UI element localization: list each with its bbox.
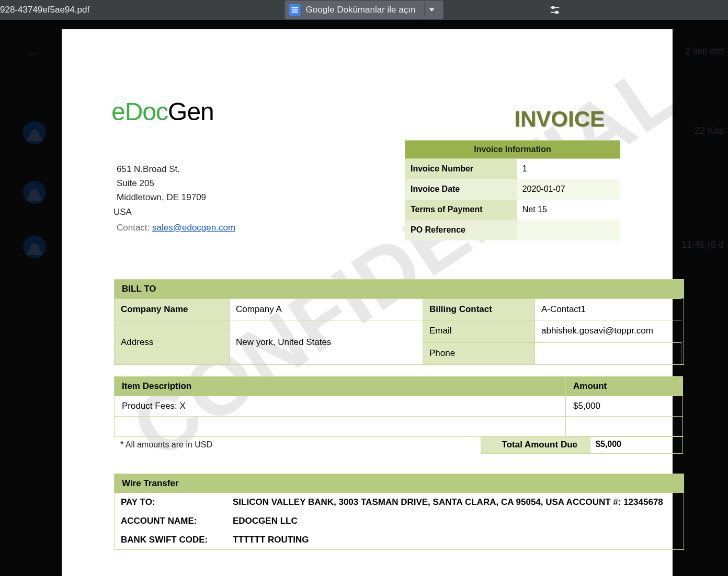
address-line: Suite 205	[117, 176, 206, 190]
company-logo: eDocGen	[111, 97, 214, 126]
phone-label: Phone	[423, 342, 535, 365]
address-label: Address	[115, 320, 230, 364]
wire-transfer-section: Wire Transfer PAY TO: SILICON VALLEY BAN…	[114, 474, 684, 550]
info-val: Net 15	[517, 200, 620, 220]
google-docs-icon	[289, 4, 301, 16]
open-with-dropdown[interactable]	[424, 3, 439, 17]
pdf-viewer-toolbar: 928-43749ef5ae94.pdf Google Dokümanlar i…	[0, 0, 728, 20]
address-value: New york, United States	[230, 320, 423, 364]
bill-to-header: BILL TO	[115, 280, 684, 298]
chevron-down-icon	[429, 8, 434, 11]
info-val: 2020-01-07	[517, 179, 620, 200]
address-line: Middletown, DE 19709	[117, 190, 206, 204]
address-line: 651 N.Broad St.	[117, 162, 206, 176]
billing-contact-label: Billing Contact	[423, 298, 535, 320]
info-key: Invoice Date	[405, 179, 517, 200]
currency-note: * All amounts are in USD	[114, 437, 219, 453]
file-name: 928-43749ef5ae94.pdf	[0, 5, 89, 15]
svg-rect-2	[552, 7, 554, 9]
invoice-title: INVOICE	[514, 107, 605, 132]
swift-value: TTTTTT ROUTING	[226, 531, 684, 549]
address-country: USA	[113, 205, 206, 219]
logo-part1: eDoc	[111, 98, 168, 125]
account-name-value: EDOCGEN LLC	[226, 512, 684, 531]
company-name-value: Company A	[230, 298, 423, 320]
items-col-desc: Item Description	[115, 377, 566, 396]
svg-rect-3	[556, 11, 558, 14]
items-col-amount: Amount	[566, 377, 683, 396]
items-table: Item Description Amount Product Fees: X$…	[114, 376, 683, 437]
info-key: Invoice Number	[405, 159, 517, 179]
items-footer: * All amounts are in USD Total Amount Du…	[114, 436, 683, 454]
contact-label: Contact:	[117, 223, 152, 233]
invoice-info-table: Invoice Information Invoice Number1 Invo…	[405, 140, 620, 240]
open-with-label: Google Dokümanlar ile açın	[306, 5, 416, 15]
item-amount: $5,000	[566, 396, 683, 417]
company-address: 651 N.Broad St. Suite 205 Middletown, DE…	[117, 162, 206, 219]
wire-header: Wire Transfer	[115, 474, 684, 493]
total-label: Total Amount Due	[481, 436, 590, 454]
logo-part2: Gen	[168, 98, 214, 125]
email-value: abhishek.gosavi@toppr.com	[535, 320, 681, 342]
contact-email-link[interactable]: sales@edocgen.com	[152, 223, 235, 233]
company-name-label: Company Name	[115, 298, 230, 320]
info-key: Terms of Payment	[405, 200, 517, 220]
document-page: CONFIDENTIAL eDocGen INVOICE 651 N.Broad…	[62, 29, 673, 576]
account-name-label: ACCOUNT NAME:	[115, 512, 226, 531]
contact-line: Contact: sales@edocgen.com	[117, 223, 235, 233]
info-key: PO Reference	[405, 220, 517, 240]
item-desc	[115, 417, 566, 437]
phone-value	[535, 342, 681, 365]
tune-icon[interactable]	[549, 4, 561, 18]
pay-to-label: PAY TO:	[115, 493, 226, 512]
invoice-info-header: Invoice Information	[405, 141, 620, 159]
info-val	[517, 220, 620, 240]
info-val: 1	[517, 159, 620, 179]
total-value: $5,000	[590, 436, 683, 454]
pay-to-value: SILICON VALLEY BANK, 3003 TASMAN DRIVE, …	[226, 493, 684, 512]
billing-contact-value: A-Contact1	[535, 298, 681, 320]
item-amount	[566, 417, 683, 437]
open-with-button[interactable]: Google Dokümanlar ile açın	[285, 1, 443, 19]
bill-to-section: BILL TO Company Name Company A Billing C…	[114, 279, 684, 365]
email-label: Email	[423, 320, 535, 342]
item-desc: Product Fees: X	[115, 396, 566, 417]
swift-label: BANK SWIFT CODE:	[115, 531, 226, 549]
